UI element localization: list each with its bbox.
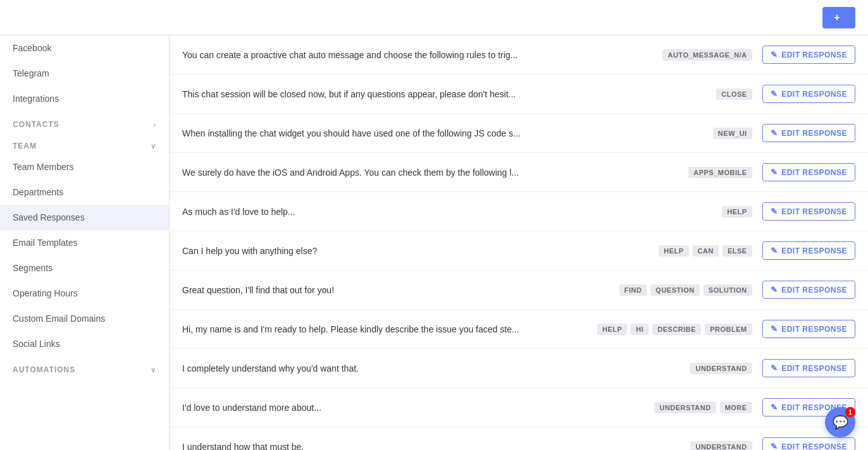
app-container: + FacebookTelegramIntegrationsCONTACTS›T… — [0, 0, 868, 450]
edit-label: EDIT RESPONSE — [781, 207, 847, 216]
table-row: When installing the chat widget you shou… — [170, 114, 868, 153]
sidebar-item-custom-email-domains[interactable]: Custom Email Domains — [0, 306, 169, 331]
sidebar-item-label: Social Links — [13, 339, 60, 349]
sidebar-section-label: AUTOMATIONS — [13, 365, 75, 374]
edit-response-button[interactable]: ✎EDIT RESPONSE — [762, 124, 855, 142]
response-text: Hi, my name is and I'm ready to help. Pl… — [182, 324, 587, 334]
response-text: This chat session will be closed now, bu… — [182, 89, 616, 99]
edit-label: EDIT RESPONSE — [781, 51, 847, 59]
sidebar-section-label: CONTACTS — [13, 120, 59, 129]
pencil-icon: ✎ — [771, 207, 778, 216]
edit-label: EDIT RESPONSE — [781, 90, 847, 99]
tag: CAN — [693, 245, 719, 257]
response-tags: APPS_MOBILE — [626, 167, 752, 178]
edit-label: EDIT RESPONSE — [781, 442, 847, 451]
response-text: We surely do have the iOS and Android Ap… — [182, 167, 616, 178]
table-row: I understand how that must be.UNDERSTAND… — [170, 427, 868, 450]
pencil-icon: ✎ — [771, 285, 778, 295]
table-row: I'd love to understand more about...UNDE… — [170, 388, 868, 427]
sidebar-item-label: Facebook — [13, 43, 51, 53]
edit-label: EDIT RESPONSE — [781, 129, 847, 138]
table-row: This chat session will be closed now, bu… — [170, 75, 868, 114]
pencil-icon: ✎ — [771, 442, 778, 450]
edit-label: EDIT RESPONSE — [781, 168, 847, 177]
chat-icon: 💬 — [833, 415, 848, 430]
chat-bubble-button[interactable]: 💬 1 — [825, 407, 855, 437]
edit-label: EDIT RESPONSE — [781, 325, 847, 334]
sidebar-item-saved-responses[interactable]: Saved Responses — [0, 205, 169, 230]
response-text: Great question, I'll find that out for y… — [182, 285, 609, 295]
chat-badge: 1 — [845, 407, 855, 417]
response-tags: HELP — [626, 206, 752, 217]
chevron-icon: › — [153, 121, 156, 128]
sidebar-section-automations[interactable]: AUTOMATIONS∨ — [0, 356, 169, 378]
edit-response-button[interactable]: ✎EDIT RESPONSE — [762, 359, 855, 377]
sidebar-item-label: Telegram — [13, 68, 49, 78]
response-text: You can create a proactive chat auto mes… — [182, 50, 616, 60]
tag: ELSE — [722, 245, 752, 257]
edit-response-button[interactable]: ✎EDIT RESPONSE — [762, 320, 855, 338]
pencil-icon: ✎ — [771, 167, 778, 177]
sidebar-item-label: Custom Email Domains — [13, 313, 105, 324]
edit-label: EDIT RESPONSE — [781, 286, 847, 295]
sidebar-item-label: Departments — [13, 187, 63, 197]
body: FacebookTelegramIntegrationsCONTACTS›TEA… — [0, 35, 868, 450]
pencil-icon: ✎ — [771, 246, 778, 255]
sidebar-item-telegram[interactable]: Telegram — [0, 61, 169, 86]
tag: HELP — [597, 324, 627, 335]
response-tags: HELPCANELSE — [626, 245, 752, 257]
sidebar-item-label: Operating Hours — [13, 288, 78, 298]
edit-response-button[interactable]: ✎EDIT RESPONSE — [762, 85, 855, 103]
response-text: I completely understand why you'd want t… — [182, 363, 616, 374]
tag: DESCRIBE — [652, 324, 701, 335]
tag: UNDERSTAND — [690, 363, 752, 374]
chevron-icon: ∨ — [151, 142, 156, 150]
sidebar-item-operating-hours[interactable]: Operating Hours — [0, 281, 169, 306]
response-text: Can I help you with anything else? — [182, 246, 616, 256]
tag: NEW_UI — [713, 128, 752, 139]
edit-response-button[interactable]: ✎EDIT RESPONSE — [762, 202, 855, 221]
response-tags: HELPHIDESCRIBEPROBLEM — [597, 324, 752, 335]
sidebar-item-label: Saved Responses — [13, 212, 85, 222]
tag: SOLUTION — [704, 284, 752, 296]
sidebar-item-label: Integrations — [13, 94, 59, 104]
tag: UNDERSTAND — [690, 441, 752, 451]
sidebar-item-departments[interactable]: Departments — [0, 179, 169, 205]
tag: CLOSE — [716, 88, 752, 100]
response-text: When installing the chat widget you shou… — [182, 128, 616, 138]
sidebar-item-email-templates[interactable]: Email Templates — [0, 230, 169, 255]
sidebar-item-label: Segments — [13, 263, 53, 273]
pencil-icon: ✎ — [771, 128, 778, 138]
sidebar-section-team[interactable]: TEAM∨ — [0, 133, 169, 154]
table-row: Can I help you with anything else?HELPCA… — [170, 231, 868, 271]
add-new-button[interactable]: + — [822, 7, 855, 28]
edit-response-button[interactable]: ✎EDIT RESPONSE — [762, 46, 855, 64]
response-tags: UNDERSTAND — [626, 441, 752, 451]
edit-response-button[interactable]: ✎EDIT RESPONSE — [762, 241, 855, 260]
response-tags: AUTO_MESSAGE_N/A — [626, 49, 752, 61]
table-row: We surely do have the iOS and Android Ap… — [170, 153, 868, 192]
pencil-icon: ✎ — [771, 89, 778, 99]
edit-response-button[interactable]: ✎EDIT RESPONSE — [762, 437, 855, 450]
sidebar-item-facebook[interactable]: Facebook — [0, 35, 169, 61]
sidebar-item-team-members[interactable]: Team Members — [0, 154, 169, 179]
sidebar-section-contacts[interactable]: CONTACTS› — [0, 111, 169, 133]
sidebar: FacebookTelegramIntegrationsCONTACTS›TEA… — [0, 35, 170, 450]
tag: FIND — [619, 284, 647, 296]
sidebar-item-segments[interactable]: Segments — [0, 255, 169, 281]
sidebar-item-integrations[interactable]: Integrations — [0, 86, 169, 111]
tag: APPS_MOBILE — [688, 167, 752, 178]
table-row: Hi, my name is and I'm ready to help. Pl… — [170, 310, 868, 349]
response-tags: CLOSE — [626, 88, 752, 100]
edit-response-button[interactable]: ✎EDIT RESPONSE — [762, 281, 855, 299]
main-content: You can create a proactive chat auto mes… — [170, 35, 868, 450]
response-text: I'd love to understand more about... — [182, 403, 616, 413]
sidebar-item-social-links[interactable]: Social Links — [0, 331, 169, 356]
response-tags: NEW_UI — [626, 128, 752, 139]
header: + — [0, 0, 868, 35]
tag: MORE — [720, 402, 752, 413]
table-row: I completely understand why you'd want t… — [170, 349, 868, 388]
edit-response-button[interactable]: ✎EDIT RESPONSE — [762, 163, 855, 181]
tag: AUTO_MESSAGE_N/A — [662, 49, 752, 61]
tag: QUESTION — [650, 284, 699, 296]
